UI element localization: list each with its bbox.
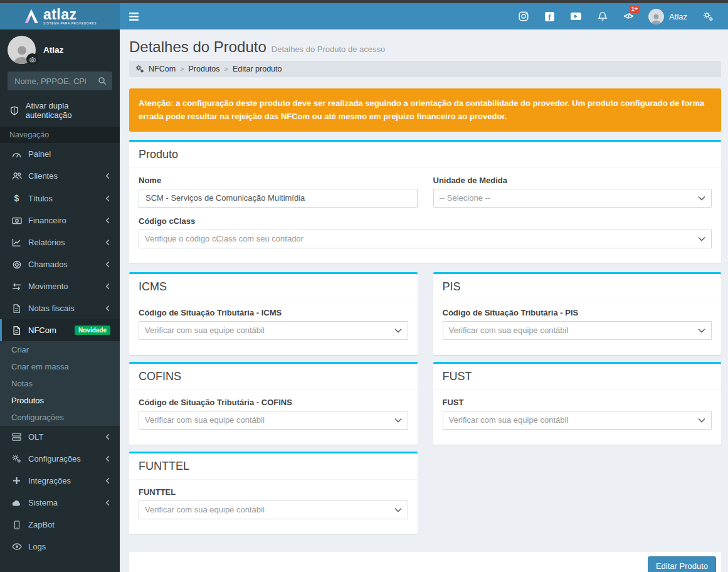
youtube-icon xyxy=(571,13,581,20)
brand-name: atlaz xyxy=(43,8,97,22)
search-button[interactable] xyxy=(92,72,112,90)
submenu-item-produtos[interactable]: Produtos xyxy=(0,392,120,409)
facebook-icon: f xyxy=(545,12,554,21)
facebook-link[interactable]: f xyxy=(537,3,562,29)
submenu-item-criar[interactable]: Criar xyxy=(0,341,120,358)
cclass-label: Código cClass xyxy=(139,216,712,226)
icms-card: ICMS Código de Situação Tributária - ICM… xyxy=(129,272,418,355)
chevron-left-icon xyxy=(105,305,110,312)
users-icon xyxy=(11,172,22,180)
hamburger-icon xyxy=(129,13,139,21)
sidebar-search-form xyxy=(8,72,112,90)
chevron-left-icon xyxy=(105,499,110,506)
icms-cst-label: Código de Situação Tributária - ICMS xyxy=(139,308,408,317)
gears-icon xyxy=(135,65,144,73)
user-menu[interactable]: Atlaz xyxy=(641,3,695,29)
breadcrumb-editar-produto: Editar produto xyxy=(233,65,282,73)
youtube-link[interactable] xyxy=(562,3,589,29)
sidebar: Atlaz Ativar dupla autenticação Navegaçã… xyxy=(0,29,120,572)
settings-button[interactable] xyxy=(695,3,722,29)
camera-icon xyxy=(29,56,36,63)
search-input[interactable] xyxy=(8,72,92,90)
sidebar-item-zapbot[interactable]: ZapBot xyxy=(0,514,120,536)
brand-tagline: SISTEMA PARA PROVEDORES xyxy=(43,23,97,26)
eye-icon xyxy=(11,543,22,550)
instagram-link[interactable] xyxy=(510,3,537,29)
sidebar-item-titulos[interactable]: $ Títulos xyxy=(0,187,120,209)
breadcrumb-nfcom[interactable]: NFCom xyxy=(149,65,176,73)
chevron-left-icon xyxy=(105,433,110,440)
sidebar-item-integracoes[interactable]: Integrações xyxy=(0,470,120,492)
chevron-left-icon xyxy=(105,455,110,462)
chart-line-icon xyxy=(11,238,22,246)
chevron-left-icon xyxy=(105,239,110,246)
funttel-label: FUNTTEL xyxy=(139,487,408,497)
sidebar-item-logs[interactable]: Logs xyxy=(0,536,120,558)
chevron-left-icon xyxy=(105,477,110,484)
nome-input[interactable] xyxy=(139,189,418,208)
content-area: Detalhes do Produto Detalhes do Produto … xyxy=(120,29,728,572)
money-bill-icon xyxy=(11,217,22,225)
cclass-select[interactable]: Verifique o código cClass com seu contad… xyxy=(139,230,712,248)
fust-card: FUST FUST Verificar com sua equipe contá… xyxy=(433,362,722,445)
top-navbar: f </> 1+ xyxy=(120,3,728,29)
submenu-item-configuracoes[interactable]: Configurações xyxy=(0,409,120,426)
user-avatar xyxy=(648,9,664,24)
fust-select[interactable]: Verificar com sua equipe contábil xyxy=(443,411,712,430)
pis-card-title: PIS xyxy=(443,280,461,293)
dashboard-icon xyxy=(11,150,22,158)
sidebar-item-nfcom[interactable]: NFCom Novidade xyxy=(0,319,120,341)
sidebar-item-relatorios[interactable]: Relatórios xyxy=(0,231,120,253)
sidebar-item-movimento[interactable]: Movimento xyxy=(0,275,120,297)
unidade-medida-select[interactable]: -- Selecione -- xyxy=(433,189,712,208)
nfcom-submenu: Criar Criar em massa Notas Produtos Conf… xyxy=(0,341,120,426)
unidade-medida-label: Unidade de Medida xyxy=(433,176,712,185)
two-factor-link[interactable]: Ativar dupla autenticação xyxy=(0,94,120,127)
sidebar-item-financeiro[interactable]: Financeiro xyxy=(0,209,120,231)
submenu-item-criar-em-massa[interactable]: Criar em massa xyxy=(0,358,120,375)
sidebar-user-panel: Atlaz xyxy=(0,29,120,69)
fust-label: FUST xyxy=(443,398,712,407)
breadcrumb-separator: > xyxy=(180,65,184,73)
cofins-cst-select[interactable]: Verificar com sua equipe contábil xyxy=(139,411,408,430)
icms-cst-select[interactable]: Verificar com sua equipe contábil xyxy=(139,321,408,340)
mobile-icon xyxy=(11,521,22,529)
pis-cst-select[interactable]: Verificar com sua equipe contábil xyxy=(443,321,712,340)
user-name: Atlaz xyxy=(669,12,687,21)
submenu-item-notas[interactable]: Notas xyxy=(0,375,120,392)
chevron-left-icon xyxy=(105,283,110,290)
pis-card: PIS Código de Situação Tributária - PIS … xyxy=(433,272,722,355)
chevron-down-icon xyxy=(394,328,402,333)
sidebar-item-configuracoes[interactable]: Configurações xyxy=(0,448,120,470)
sidebar-section-header: Navegação xyxy=(0,127,120,143)
sidebar-item-chamados[interactable]: Chamados xyxy=(0,253,120,275)
atlaz-triangle-logo-icon xyxy=(23,8,40,24)
developer-updates-button[interactable]: </> 1+ xyxy=(616,3,641,29)
page-title: Detalhes do Produto xyxy=(129,38,266,56)
funttel-select[interactable]: Verificar com sua equipe contábil xyxy=(139,500,408,519)
cofins-card: COFINS Código de Situação Tributária - C… xyxy=(129,362,418,445)
sidebar-item-painel[interactable]: Painel xyxy=(0,143,120,165)
produto-card: Produto Nome Unidade de Medida -- Seleci… xyxy=(129,140,721,263)
change-avatar-button[interactable] xyxy=(26,53,38,65)
sidebar-toggle-button[interactable] xyxy=(120,3,148,29)
chevron-down-icon xyxy=(698,196,705,201)
notifications-button[interactable] xyxy=(589,3,616,29)
sidebar-item-notas-fiscais[interactable]: Notas fiscais xyxy=(0,297,120,319)
cofins-cst-label: Código de Situação Tributária - COFINS xyxy=(139,398,408,407)
exchange-icon xyxy=(11,283,22,290)
main-header: atlaz SISTEMA PARA PROVEDORES xyxy=(0,3,728,29)
search-icon xyxy=(98,77,107,85)
bell-icon xyxy=(598,11,608,21)
brand-logo[interactable]: atlaz SISTEMA PARA PROVEDORES xyxy=(0,3,120,29)
editar-produto-button[interactable]: Editar Produto xyxy=(648,556,716,572)
sidebar-item-sistema[interactable]: Sistema xyxy=(0,492,120,514)
sidebar-item-olt[interactable]: OLT xyxy=(0,426,120,448)
funttel-card: FUNTTEL FUNTTEL Verificar com sua equipe… xyxy=(129,452,418,534)
file-text-icon xyxy=(11,326,22,335)
form-action-bar: Editar Produto xyxy=(129,552,721,572)
sidebar-item-clientes[interactable]: Clientes xyxy=(0,165,120,187)
breadcrumb-produtos[interactable]: Produtos xyxy=(189,65,220,73)
nome-label: Nome xyxy=(139,176,418,185)
chevron-down-icon xyxy=(698,328,705,333)
